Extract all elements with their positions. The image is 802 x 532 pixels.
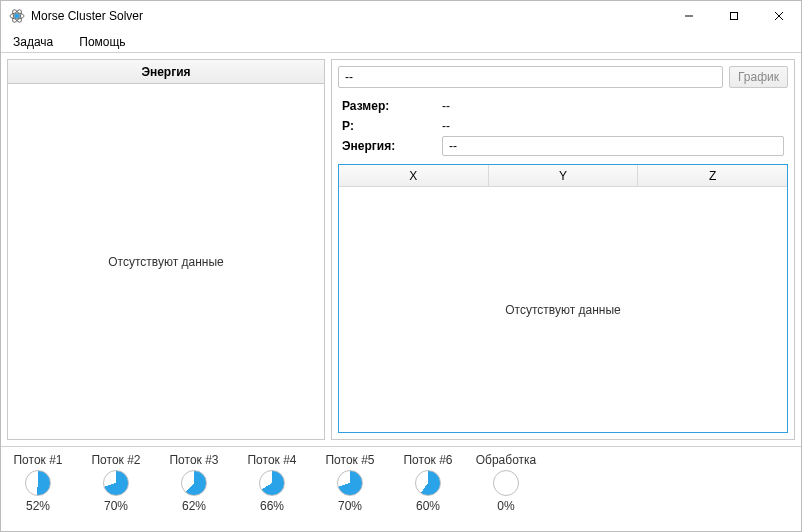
thread-percent: 70% — [104, 499, 128, 513]
progress-pie-icon — [181, 470, 207, 496]
window-controls — [666, 1, 801, 31]
progress-pie-icon — [259, 470, 285, 496]
table-header: X Y Z — [339, 165, 787, 187]
menubar: Задача Помощь — [1, 31, 801, 53]
thread-label: Поток #3 — [169, 453, 218, 467]
window-title: Morse Cluster Solver — [31, 9, 666, 23]
thread-6: Поток #660% — [401, 453, 455, 520]
energy-label: Энергия: — [342, 139, 442, 153]
coords-table: X Y Z Отсутствуют данные — [338, 164, 788, 433]
thread-7: Обработка0% — [479, 453, 533, 520]
minimize-button[interactable] — [666, 1, 711, 31]
thread-label: Поток #4 — [247, 453, 296, 467]
thread-label: Поток #2 — [91, 453, 140, 467]
size-value: -- — [442, 99, 784, 113]
thread-label: Поток #5 — [325, 453, 374, 467]
energy-list[interactable]: Отсутствуют данные — [8, 84, 324, 439]
thread-percent: 60% — [416, 499, 440, 513]
app-icon — [9, 8, 25, 24]
col-y[interactable]: Y — [489, 165, 639, 187]
content: Энергия Отсутствуют данные График Размер… — [1, 53, 801, 446]
energy-empty-text: Отсутствуют данные — [108, 255, 223, 269]
energy-input[interactable] — [442, 136, 784, 156]
graph-button[interactable]: График — [729, 66, 788, 88]
energy-panel-header: Энергия — [8, 60, 324, 84]
progress-pie-icon — [103, 470, 129, 496]
close-button[interactable] — [756, 1, 801, 31]
table-empty-text: Отсутствуют данные — [505, 303, 620, 317]
p-label: P: — [342, 119, 442, 133]
thread-4: Поток #466% — [245, 453, 299, 520]
thread-percent: 70% — [338, 499, 362, 513]
progress-pie-icon — [337, 470, 363, 496]
thread-percent: 52% — [26, 499, 50, 513]
energy-panel: Энергия Отсутствуют данные — [7, 59, 325, 440]
selection-input[interactable] — [338, 66, 723, 88]
thread-label: Поток #1 — [13, 453, 62, 467]
details-panel: График Размер: -- P: -- Энергия: X Y Z — [331, 59, 795, 440]
titlebar: Morse Cluster Solver — [1, 1, 801, 31]
menu-task[interactable]: Задача — [7, 33, 59, 51]
thread-5: Поток #570% — [323, 453, 377, 520]
progress-pie-icon — [25, 470, 51, 496]
col-z[interactable]: Z — [638, 165, 787, 187]
col-x[interactable]: X — [339, 165, 489, 187]
menu-help[interactable]: Помощь — [73, 33, 131, 51]
table-body[interactable]: Отсутствуют данные — [339, 187, 787, 432]
svg-rect-5 — [730, 13, 737, 20]
progress-pie-icon — [415, 470, 441, 496]
thread-label: Обработка — [476, 453, 537, 467]
size-label: Размер: — [342, 99, 442, 113]
p-value: -- — [442, 119, 784, 133]
progress-pie-icon — [493, 470, 519, 496]
thread-2: Поток #270% — [89, 453, 143, 520]
threads-footer: Поток #152%Поток #270%Поток #362%Поток #… — [1, 446, 801, 524]
svg-point-0 — [15, 14, 20, 19]
thread-percent: 62% — [182, 499, 206, 513]
maximize-button[interactable] — [711, 1, 756, 31]
thread-percent: 0% — [497, 499, 514, 513]
thread-3: Поток #362% — [167, 453, 221, 520]
thread-1: Поток #152% — [11, 453, 65, 520]
thread-percent: 66% — [260, 499, 284, 513]
thread-label: Поток #6 — [403, 453, 452, 467]
